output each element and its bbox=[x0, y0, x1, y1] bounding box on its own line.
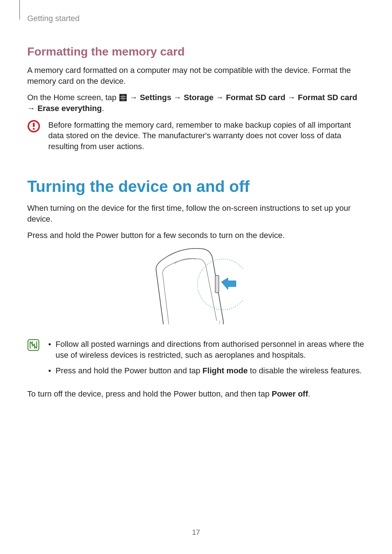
svg-point-2 bbox=[33, 128, 34, 130]
instr-prefix: On the Home screen, tap bbox=[27, 93, 119, 102]
device-illustration bbox=[27, 248, 365, 328]
apps-grid-icon bbox=[119, 94, 127, 101]
tip-note: Follow all posted warnings and direction… bbox=[27, 339, 365, 381]
step-format-2: Format SD card bbox=[298, 93, 357, 102]
step-storage: Storage bbox=[184, 93, 213, 102]
caution-note: Before formatting the memory card, remem… bbox=[27, 120, 365, 152]
arrow: → bbox=[287, 93, 298, 102]
arrow: → bbox=[173, 93, 184, 102]
svg-rect-1 bbox=[33, 123, 35, 127]
tip2-c: to disable the wireless features. bbox=[248, 366, 362, 375]
formatting-p1: A memory card formatted on a computer ma… bbox=[27, 65, 365, 86]
off-b: Power off bbox=[272, 389, 308, 398]
arrow: → bbox=[216, 93, 226, 102]
power-off-instruction: To turn off the device, press and hold t… bbox=[27, 389, 365, 399]
step-settings: Settings bbox=[140, 93, 171, 102]
svg-rect-5 bbox=[215, 275, 219, 293]
formatting-instructions: On the Home screen, tap → Settings → Sto… bbox=[27, 92, 365, 114]
off-a: To turn off the device, press and hold t… bbox=[27, 389, 272, 398]
power-p2: Press and hold the Power button for a fe… bbox=[27, 230, 365, 241]
tip2-a: Press and hold the Power button and tap bbox=[56, 366, 203, 375]
tip-item-1: Follow all posted warnings and direction… bbox=[56, 339, 365, 360]
arrow-indicator-icon bbox=[221, 278, 236, 290]
svg-marker-7 bbox=[221, 278, 236, 290]
step-format-1: Format SD card bbox=[226, 93, 285, 102]
section-label: Getting started bbox=[27, 14, 365, 23]
off-c: . bbox=[308, 389, 310, 398]
power-p1: When turning on the device for the first… bbox=[27, 203, 365, 224]
arrow: → bbox=[27, 104, 37, 113]
caution-text: Before formatting the memory card, remem… bbox=[48, 120, 365, 152]
page-number: 17 bbox=[0, 528, 392, 537]
step-erase: Erase everything bbox=[37, 104, 102, 113]
tip-item-2: Press and hold the Power button and tap … bbox=[56, 365, 365, 376]
tip2-b: Flight mode bbox=[203, 366, 248, 375]
header-rule bbox=[19, 0, 20, 20]
period: . bbox=[102, 104, 104, 113]
arrow: → bbox=[130, 93, 140, 102]
heading-formatting: Formatting the memory card bbox=[27, 45, 365, 58]
heading-power: Turning the device on and off bbox=[27, 177, 365, 196]
caution-icon bbox=[27, 120, 40, 133]
note-icon bbox=[27, 339, 40, 352]
